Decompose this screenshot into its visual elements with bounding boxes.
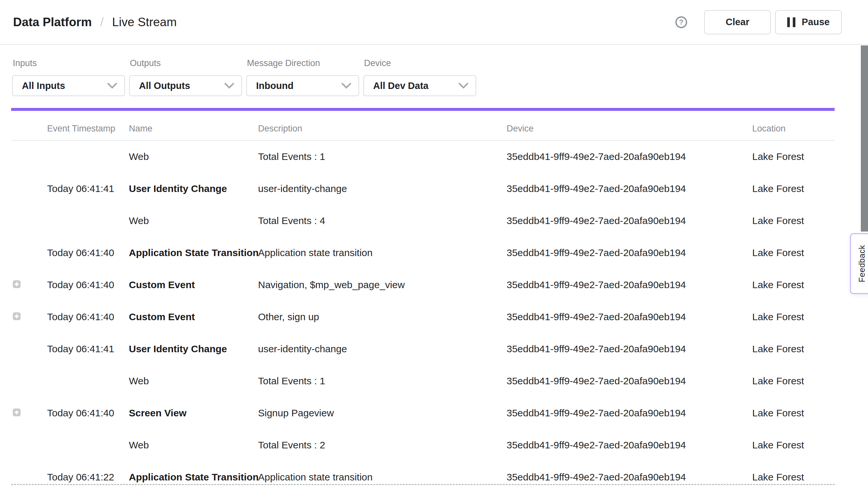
event-device-id: 35eddb41-9ff9-49e2-7aed-20afa90eb194 (506, 151, 752, 162)
table-header-row: Event Timestamp Name Description Device … (11, 111, 835, 141)
column-header-location: Location (752, 124, 835, 134)
event-location: Lake Forest (752, 439, 835, 451)
filter-message-direction-label: Message Direction (247, 59, 359, 68)
table-row[interactable]: Web Total Events : 1 35eddb41-9ff9-49e2-… (11, 141, 835, 173)
event-location: Lake Forest (752, 311, 835, 323)
expand-row-icon[interactable] (13, 408, 21, 416)
chevron-down-icon (224, 79, 234, 89)
filter-inputs: Inputs All Inputs (12, 45, 125, 96)
event-device-id: 35eddb41-9ff9-49e2-7aed-20afa90eb194 (506, 439, 752, 451)
filter-outputs: Outputs All Outputs (129, 45, 242, 96)
breadcrumb-separator-icon: / (100, 16, 104, 29)
table-row[interactable]: Today 06:41:41 User Identity Change user… (11, 173, 835, 205)
event-description: user-identity-change (258, 183, 506, 194)
table-row[interactable]: Today 06:41:40 Custom Event Other, sign … (11, 301, 835, 333)
event-location: Lake Forest (752, 151, 835, 162)
clear-button-label: Clear (726, 17, 750, 28)
event-name: Application State Transition (129, 472, 258, 483)
event-description: Total Events : 2 (258, 439, 506, 451)
clear-button[interactable]: Clear (704, 10, 771, 34)
event-device-id: 35eddb41-9ff9-49e2-7aed-20afa90eb194 (506, 407, 752, 419)
event-device-id: 35eddb41-9ff9-49e2-7aed-20afa90eb194 (506, 311, 752, 323)
event-device-id: 35eddb41-9ff9-49e2-7aed-20afa90eb194 (506, 343, 752, 355)
chevron-down-icon (341, 79, 351, 89)
event-name: Web (129, 151, 258, 162)
event-device-id: 35eddb41-9ff9-49e2-7aed-20afa90eb194 (506, 215, 752, 226)
filter-device: Device All Dev Data (363, 45, 476, 96)
table-row[interactable]: Today 06:41:40 Application State Transit… (11, 237, 835, 269)
event-name: Screen View (129, 407, 258, 419)
event-timestamp: Today 06:41:40 (47, 279, 129, 291)
event-device-id: 35eddb41-9ff9-49e2-7aed-20afa90eb194 (506, 279, 752, 291)
event-location: Lake Forest (752, 472, 835, 483)
filter-device-select[interactable]: All Dev Data (363, 75, 476, 96)
event-description: user-identity-change (258, 343, 506, 355)
event-location: Lake Forest (752, 183, 835, 194)
filter-outputs-select[interactable]: All Outputs (129, 75, 242, 96)
event-name: Application State Transition (129, 247, 258, 259)
event-location: Lake Forest (752, 343, 835, 355)
event-name: Web (129, 215, 258, 226)
pause-icon (787, 17, 796, 27)
event-description: Application state transition (258, 472, 506, 483)
filter-outputs-value: All Outputs (139, 81, 190, 91)
filter-device-value: All Dev Data (373, 81, 428, 91)
event-description: Application state transition (258, 247, 506, 259)
breadcrumb-current-page: Live Stream (112, 16, 177, 29)
table-row[interactable]: Today 06:41:41 User Identity Change user… (11, 333, 835, 365)
header-actions: ? Clear Pause (675, 0, 842, 44)
help-icon[interactable]: ? (675, 17, 687, 28)
table-row[interactable]: Web Total Events : 2 35eddb41-9ff9-49e2-… (11, 429, 835, 461)
event-name: Web (129, 439, 258, 451)
event-device-id: 35eddb41-9ff9-49e2-7aed-20afa90eb194 (506, 472, 752, 483)
event-device-id: 35eddb41-9ff9-49e2-7aed-20afa90eb194 (506, 375, 752, 387)
filter-inputs-label: Inputs (13, 59, 125, 68)
column-header-description: Description (258, 124, 506, 134)
expand-row-icon[interactable] (13, 312, 21, 320)
table-row[interactable]: Today 06:41:40 Screen View Signup Pagevi… (11, 397, 835, 429)
expand-cell (11, 279, 47, 291)
event-name: Custom Event (129, 311, 258, 323)
event-timestamp: Today 06:41:41 (47, 343, 129, 355)
event-name: User Identity Change (129, 183, 258, 194)
table-row[interactable]: Today 06:41:40 Custom Event Navigation, … (11, 269, 835, 301)
vertical-scrollbar-thumb[interactable] (861, 45, 868, 232)
table-row[interactable]: Web Total Events : 1 35eddb41-9ff9-49e2-… (11, 365, 835, 397)
expand-row-icon[interactable] (13, 280, 21, 288)
event-description: Total Events : 1 (258, 151, 506, 162)
event-location: Lake Forest (752, 375, 835, 387)
chevron-down-icon (458, 79, 468, 89)
event-description: Navigation, $mp_web_page_view (258, 279, 506, 291)
event-location: Lake Forest (752, 247, 835, 259)
app-header: Data Platform / Live Stream ? Clear Paus… (0, 0, 868, 45)
filter-message-direction-select[interactable]: Inbound (246, 75, 359, 96)
event-description: Total Events : 4 (258, 215, 506, 226)
filter-inputs-value: All Inputs (22, 81, 65, 91)
breadcrumb-section[interactable]: Data Platform (13, 16, 92, 29)
pause-button[interactable]: Pause (775, 10, 842, 34)
breadcrumb: Data Platform / Live Stream (13, 0, 177, 44)
table-body: Web Total Events : 1 35eddb41-9ff9-49e2-… (11, 141, 835, 486)
filter-outputs-label: Outputs (130, 59, 242, 68)
new-events-dashed-divider (11, 484, 835, 485)
filter-inputs-select[interactable]: All Inputs (12, 75, 125, 96)
filter-device-label: Device (364, 59, 476, 68)
live-stream-table: Event Timestamp Name Description Device … (11, 111, 835, 486)
filter-bar: Inputs All Inputs Outputs All Outputs Me… (12, 45, 476, 96)
expand-cell (11, 311, 47, 323)
filter-message-direction: Message Direction Inbound (246, 45, 359, 96)
column-header-device: Device (506, 124, 752, 134)
feedback-tab-label: Feedback (857, 245, 867, 282)
event-description: Signup Pageview (258, 407, 506, 419)
event-timestamp: Today 06:41:40 (47, 247, 129, 259)
event-device-id: 35eddb41-9ff9-49e2-7aed-20afa90eb194 (506, 247, 752, 259)
event-timestamp: Today 06:41:40 (47, 407, 129, 419)
table-row[interactable]: Today 06:41:22 Application State Transit… (11, 461, 835, 486)
pause-button-label: Pause (802, 17, 829, 28)
event-name: Web (129, 375, 258, 387)
accent-divider-bar (11, 108, 835, 111)
event-description: Total Events : 1 (258, 375, 506, 387)
event-location: Lake Forest (752, 215, 835, 226)
table-row[interactable]: Web Total Events : 4 35eddb41-9ff9-49e2-… (11, 205, 835, 237)
feedback-tab[interactable]: Feedback (850, 233, 868, 294)
